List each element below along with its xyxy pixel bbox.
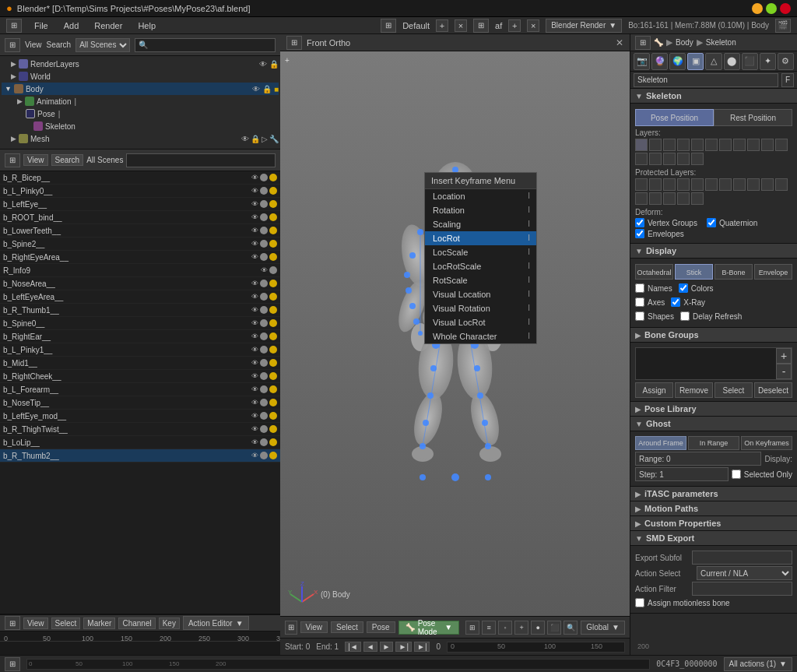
- layer-cell-3[interactable]: [663, 139, 676, 151]
- bone-vis-icon[interactable]: 👁: [251, 227, 258, 234]
- select-btn[interactable]: Select: [714, 382, 753, 398]
- action-add-btn[interactable]: +: [508, 19, 521, 32]
- tree-item-mesh[interactable]: ▶ Mesh 👁 🔒 ▷ 🔧: [2, 132, 279, 145]
- bone-vis-icon[interactable]: 👁: [251, 452, 258, 459]
- ctx-item-scaling[interactable]: ScalingI: [425, 217, 536, 231]
- play-end-btn[interactable]: ►|: [414, 642, 430, 652]
- layer-cell-11[interactable]: [775, 139, 788, 151]
- bone-vis-icon[interactable]: 👁: [251, 280, 258, 287]
- body-eye-icon[interactable]: 👁: [252, 85, 260, 93]
- prop-icon-world[interactable]: 🌍: [669, 53, 686, 70]
- body-lock-icon[interactable]: 🔒: [262, 85, 272, 93]
- bone-vis-icon[interactable]: 👁: [251, 174, 258, 181]
- ctx-item-locrotscale[interactable]: LocRotScaleI: [425, 259, 536, 273]
- tree-item-pose[interactable]: ▶ Pose |: [2, 107, 279, 120]
- layer-cell-16[interactable]: [691, 153, 704, 165]
- bone-row[interactable]: b_ROOT_bind__ 👁: [0, 211, 280, 224]
- layer-cell-14[interactable]: [663, 153, 676, 165]
- action-select-dropdown[interactable]: Current / NLA: [697, 566, 792, 580]
- prot-cell-1[interactable]: [635, 178, 648, 191]
- tl-select-btn[interactable]: Select: [51, 617, 81, 629]
- prop-icon-mesh[interactable]: △: [705, 53, 722, 70]
- motionless-bone-checkbox[interactable]: [635, 598, 644, 607]
- prop-icon-material[interactable]: ⬤: [724, 53, 740, 70]
- itasc-header[interactable]: ▶ iTASC parameters: [630, 487, 797, 501]
- bone-row[interactable]: b_L_Pinky0__ 👁: [0, 185, 280, 198]
- ctx-item-visual-locrot[interactable]: Visual LocRotI: [425, 315, 536, 329]
- layer-cell-12[interactable]: [635, 153, 648, 165]
- prot-cell-5[interactable]: [691, 178, 704, 191]
- axes-checkbox[interactable]: [635, 297, 644, 307]
- shapes-checkbox[interactable]: [635, 311, 644, 321]
- prop-icon-particles[interactable]: ✦: [760, 53, 776, 70]
- viewport-type-icon[interactable]: ⊞: [286, 36, 302, 50]
- prot-cell-16[interactable]: [691, 192, 704, 205]
- tl-channel-btn[interactable]: Channel: [118, 617, 155, 629]
- pose-position-btn[interactable]: Pose Position: [635, 109, 714, 126]
- viewport-canvas[interactable]: +: [280, 51, 630, 616]
- play-start-btn[interactable]: |◄: [345, 642, 361, 652]
- view-icon-6[interactable]: ⬛: [547, 621, 561, 635]
- bone-row[interactable]: b_R_ThighTwist__ 👁: [0, 423, 280, 436]
- breadcrumb-skeleton-label[interactable]: Skeleton: [706, 38, 736, 47]
- rest-position-btn[interactable]: Rest Position: [714, 109, 792, 126]
- ctx-item-visual-rotation[interactable]: Visual RotationI: [425, 301, 536, 315]
- bone-row[interactable]: b_NoseTip__ 👁: [0, 396, 280, 410]
- bone-vis-icon[interactable]: 👁: [251, 412, 258, 420]
- vp-select-btn[interactable]: Select: [331, 621, 363, 633]
- vertex-groups-checkbox[interactable]: [635, 218, 644, 227]
- outliner-search[interactable]: [135, 38, 276, 52]
- smd-export-header[interactable]: ▼ SMD Export: [630, 531, 797, 546]
- tree-item-world[interactable]: ▶ World: [2, 70, 279, 83]
- prot-cell-8[interactable]: [733, 178, 746, 191]
- view-icon-5[interactable]: ●: [531, 621, 545, 635]
- mesh-lock-icon[interactable]: 🔒: [251, 135, 260, 143]
- skeleton-section-header[interactable]: ▼ Skeleton: [630, 89, 797, 104]
- workspace-add-btn[interactable]: +: [436, 19, 448, 32]
- ctx-item-locscale[interactable]: LocScaleI: [425, 245, 536, 259]
- bone-vis-icon[interactable]: 👁: [251, 359, 258, 367]
- prev-frame-btn[interactable]: ◄: [363, 642, 377, 652]
- layer-cell-9[interactable]: [747, 139, 760, 151]
- remove-btn[interactable]: Remove: [675, 382, 713, 398]
- colors-checkbox[interactable]: [679, 283, 688, 293]
- envelopes-checkbox[interactable]: [635, 229, 644, 238]
- ghost-section-header[interactable]: ▼ Ghost: [630, 417, 797, 431]
- display-section-header[interactable]: ▼ Display: [630, 244, 797, 259]
- xray-checkbox[interactable]: [671, 297, 680, 307]
- tl-key-btn[interactable]: Key: [159, 617, 180, 629]
- tree-item-skeleton[interactable]: ▶ Skeleton: [2, 120, 279, 132]
- layer-cell-2[interactable]: [649, 139, 662, 151]
- tree-item-body[interactable]: ▼ Body 👁 🔒 ■: [2, 83, 279, 95]
- props-type-icon[interactable]: ⊞: [635, 36, 651, 50]
- ctx-item-rotscale[interactable]: RotScaleI: [425, 273, 536, 287]
- bone-vis-icon[interactable]: 👁: [251, 240, 258, 248]
- custom-props-header[interactable]: ▶ Custom Properties: [630, 516, 797, 531]
- bone-vis-icon[interactable]: 👁: [251, 346, 258, 354]
- scene-filter-dropdown[interactable]: All Scenes: [75, 38, 130, 52]
- bone-vis-icon[interactable]: 👁: [261, 266, 268, 274]
- prot-cell-14[interactable]: [663, 192, 676, 205]
- layer-cell-13[interactable]: [649, 153, 662, 165]
- bone-groups-section-header[interactable]: ▶ Bone Groups: [630, 328, 797, 343]
- prot-cell-15[interactable]: [677, 192, 690, 205]
- ctx-item-rotation[interactable]: RotationI: [425, 203, 536, 217]
- in-range-btn[interactable]: In Range: [688, 436, 739, 450]
- vp-pose-btn[interactable]: Pose: [367, 621, 395, 633]
- tree-item-renderlayers[interactable]: ▶ RenderLayers 👁 🔒: [2, 58, 279, 70]
- ctx-item-visual-location[interactable]: Visual LocationI: [425, 287, 536, 301]
- action-filter-input[interactable]: [692, 582, 792, 596]
- prot-cell-3[interactable]: [663, 178, 676, 191]
- bone-search-input[interactable]: [126, 153, 276, 167]
- ctx-item-whole-character[interactable]: Whole CharacterI: [425, 329, 536, 343]
- names-checkbox[interactable]: [635, 283, 644, 293]
- breadcrumb-body[interactable]: 🦴: [654, 38, 663, 47]
- workspace-icon[interactable]: ⊞: [381, 19, 396, 33]
- ctx-item-location[interactable]: LocationI: [425, 189, 536, 203]
- pose-library-header[interactable]: ▶ Pose Library: [630, 402, 797, 417]
- view-icon-7[interactable]: 🔍: [564, 621, 578, 635]
- pose-mode-dropdown[interactable]: 🦴Pose Mode▼: [398, 621, 460, 635]
- tl-type-icon[interactable]: ⊞: [5, 616, 20, 630]
- bone-row[interactable]: b_Mid1__ 👁: [0, 357, 280, 370]
- bone-row[interactable]: b_Spine0__ 👁: [0, 317, 280, 330]
